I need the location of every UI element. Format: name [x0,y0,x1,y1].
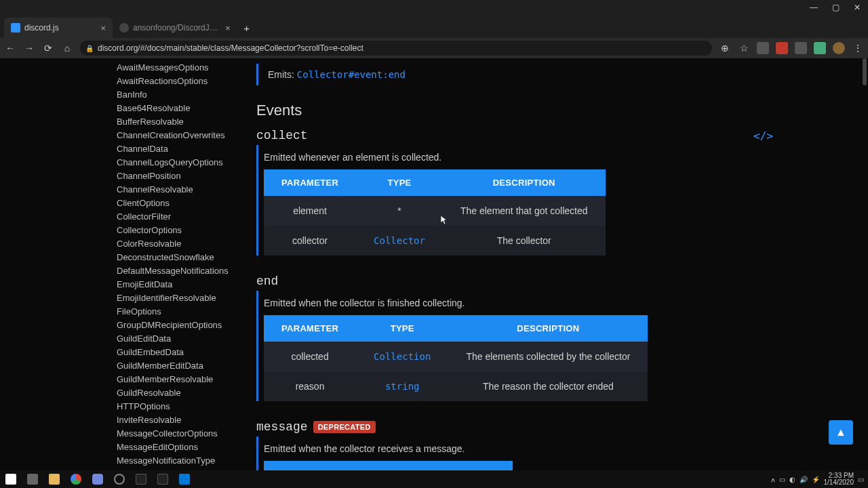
th-type: TYPE [356,169,443,196]
tab-close-icon[interactable]: × [225,23,231,33]
th-description: DESCRIPTION [415,461,513,470]
vscode-button[interactable] [174,470,195,488]
lock-icon: 🔒 [85,45,94,52]
sidebar-item[interactable]: GroupDMRecipientOptions [117,319,237,332]
tray-icon[interactable]: ▭ [779,476,785,483]
sidebar-item[interactable]: ChannelPosition [117,169,237,183]
notifications-icon[interactable]: ▭ [858,476,864,483]
start-button[interactable] [0,470,22,488]
event-description: Emitted when the collector receives a me… [264,439,854,461]
sidebar-item[interactable]: Base64Resolvable [117,102,237,115]
zoom-icon[interactable]: ⊕ [719,43,731,54]
event-name[interactable]: message [256,420,308,434]
window-close-button[interactable]: ✕ [846,0,868,15]
home-button[interactable]: ⌂ [61,43,73,54]
sidebar-item[interactable]: HTTPOptions [117,400,237,413]
sidebar-item[interactable]: GuildResolvable [117,386,237,400]
sidebar-item[interactable]: BanInfo [117,88,237,102]
sidebar-item[interactable]: EmojiEditData [117,278,237,291]
new-tab-button[interactable]: + [237,19,256,38]
sidebar-item[interactable]: ChannelResolvable [117,183,237,197]
params-table: PARAMETER TYPE DESCRIPTION [264,461,513,470]
sidebar-item[interactable]: MessageEditOptions [117,441,237,454]
address-bar[interactable]: 🔒 discord.org/#/docs/main/stable/class/M… [80,41,712,56]
sidebar-item[interactable]: AwaitReactionsOptions [117,75,237,88]
back-button[interactable]: ← [4,43,16,54]
profile-avatar[interactable] [833,42,845,54]
event-name[interactable]: collect [256,129,308,142]
discord-button[interactable] [87,470,108,488]
param-name: collector [264,226,356,256]
tab-github[interactable]: ansonfoong/DiscordJS-Scaffold × [113,18,237,38]
back-to-top-button[interactable]: ▲ [829,420,853,445]
sidebar-item[interactable]: ChannelCreationOverwrites [117,129,237,142]
tray-icon[interactable]: ⚡ [812,476,820,483]
sidebar-item[interactable]: DefaultMessageNotifications [117,264,237,278]
tray-up-icon[interactable]: ʌ [771,476,775,483]
reload-button[interactable]: ⟳ [42,43,54,54]
forward-button[interactable]: → [23,43,35,54]
sidebar-item[interactable]: FileOptions [117,305,237,319]
sidebar-item[interactable]: GuildMemberEditData [117,359,237,373]
sidebar-item[interactable]: ChannelData [117,142,237,156]
terminal-button[interactable] [130,470,152,488]
sidebar-item[interactable]: DeconstructedSnowflake [117,251,237,264]
star-icon[interactable]: ☆ [738,43,750,54]
param-desc: The collector [443,226,606,256]
type-link[interactable]: string [385,381,420,392]
event-name[interactable]: end [256,274,278,288]
explorer-button[interactable] [43,470,65,488]
param-desc: The reason the collector ended [448,371,648,401]
table-row: reason string The reason the collector e… [264,371,648,401]
ext-icon[interactable] [795,42,807,54]
type-link[interactable]: Collection [374,351,431,362]
ext-icon[interactable] [757,42,769,54]
sidebar-item[interactable]: ClientOptions [117,197,237,210]
sidebar-item[interactable]: InviteResolvable [117,413,237,427]
table-row: collected Collection The elements collec… [264,342,648,371]
ext-icon[interactable] [776,42,788,54]
scrollbar-thumb[interactable] [863,58,867,85]
menu-button[interactable]: ⋮ [852,43,864,54]
taskview-button[interactable] [22,470,43,488]
window-max-button[interactable]: ▢ [825,0,846,15]
sidebar-item[interactable]: ChannelLogsQueryOptions [117,156,237,169]
ext-icon[interactable] [814,42,826,54]
sidebar-item[interactable]: EmojiIdentifierResolvable [117,291,237,305]
tab-discordjs[interactable]: discord.js × [4,18,113,38]
th-parameter: PARAMETER [264,461,356,470]
docs-sidebar[interactable]: AwaitMessagesOptionsAwaitReactionsOption… [0,58,237,470]
tray-icon[interactable]: ◐ [789,476,795,483]
sidebar-item[interactable]: MessageNotificationType [117,454,237,468]
th-parameter: PARAMETER [264,315,356,342]
window-min-button[interactable]: — [803,0,825,15]
sidebar-item[interactable]: CollectorOptions [117,224,237,237]
source-link-icon[interactable]: </> [753,129,854,142]
sidebar-item[interactable]: BufferResolvable [117,115,237,129]
table-row: collector Collector The collector [264,226,606,256]
tab-close-icon[interactable]: × [100,23,106,33]
th-type: TYPE [356,315,448,342]
sidebar-item[interactable]: GuildMemberResolvable [117,373,237,386]
app-button[interactable] [108,470,130,488]
tray-icon[interactable]: 🔊 [800,476,808,483]
terminal2-button[interactable] [152,470,174,488]
emits-callout: Emits: Collector#event:end [256,64,854,85]
sidebar-item[interactable]: AwaitMessagesOptions [117,61,237,75]
page-content: AwaitMessagesOptionsAwaitReactionsOption… [0,58,868,470]
param-type: * [356,196,443,226]
sidebar-item[interactable]: CollectorFilter [117,210,237,224]
system-tray[interactable]: ʌ ▭ ◐ 🔊 ⚡ 2:33 PM 1/14/2020 ▭ [771,472,869,486]
event-description: Emitted when the collector is finished c… [264,293,854,315]
browser-toolbar: ← → ⟳ ⌂ 🔒 discord.org/#/docs/main/stable… [0,38,868,58]
sidebar-item[interactable]: MessageCollectorOptions [117,427,237,441]
sidebar-item[interactable]: GuildEditData [117,332,237,346]
sidebar-item[interactable]: GuildEmbedData [117,346,237,359]
table-row: element * The element that got collected [264,196,606,226]
sidebar-item[interactable]: ColorResolvable [117,237,237,251]
chrome-button[interactable] [65,470,87,488]
tab-label: ansonfoong/DiscordJS-Scaffold [133,23,221,33]
window-titlebar: — ▢ ✕ [0,0,868,15]
type-link[interactable]: Collector [374,235,425,246]
emits-link[interactable]: Collector#event:end [297,69,406,80]
